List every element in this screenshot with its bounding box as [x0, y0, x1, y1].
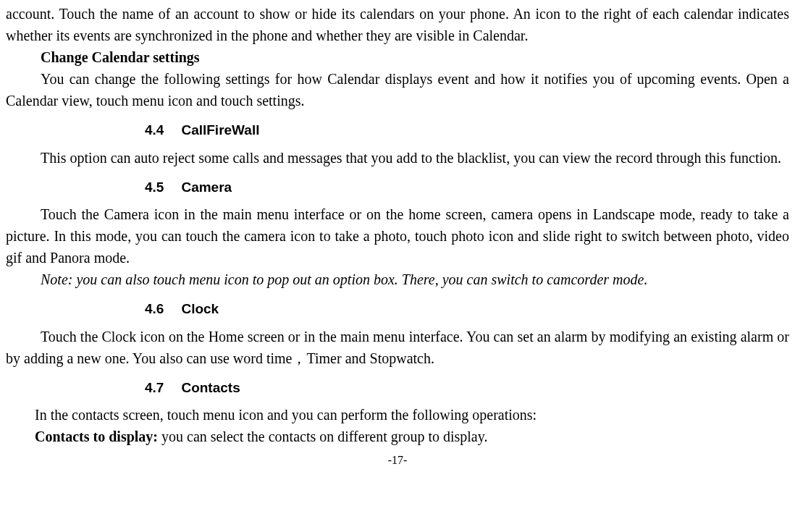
- section-4-5-heading: 4.5Camera: [6, 177, 789, 198]
- text: This option can auto reject some calls a…: [41, 150, 781, 166]
- contacts-to-display-label: Contacts to display:: [35, 428, 158, 444]
- text: Touch the Clock icon on the Home screen …: [6, 329, 789, 366]
- section-number: 4.4: [75, 120, 164, 141]
- text: In the contacts screen, touch menu icon …: [35, 407, 537, 423]
- section-4-6-paragraph: Touch the Clock icon on the Home screen …: [6, 326, 789, 369]
- text: -17-: [388, 454, 408, 466]
- section-title: Clock: [181, 301, 219, 316]
- change-calendar-heading: Change Calendar settings: [6, 46, 789, 68]
- intro-paragraph-1: account. Touch the name of an account to…: [6, 3, 789, 46]
- text: Touch the Camera icon in the main menu i…: [6, 206, 789, 266]
- section-4-6-heading: 4.6Clock: [6, 299, 789, 320]
- text: Note: you can also touch menu icon to po…: [41, 271, 647, 287]
- section-number: 4.6: [75, 299, 164, 320]
- section-4-4-heading: 4.4CallFireWall: [6, 120, 789, 141]
- section-4-4-paragraph: This option can auto reject some calls a…: [6, 147, 789, 169]
- section-title: CallFireWall: [181, 122, 259, 138]
- page-number: -17-: [6, 452, 789, 469]
- text: account. Touch the name of an account to…: [6, 6, 789, 43]
- section-4-7-heading: 4.7Contacts: [6, 378, 789, 399]
- section-title: Camera: [181, 180, 232, 195]
- section-4-5-paragraph: Touch the Camera icon in the main menu i…: [6, 203, 789, 269]
- section-4-5-note: Note: you can also touch menu icon to po…: [6, 269, 789, 290]
- section-4-7-paragraph-2: Contacts to display: you can select the …: [6, 426, 789, 447]
- section-4-7-paragraph-1: In the contacts screen, touch menu icon …: [6, 404, 789, 426]
- section-title: Contacts: [181, 380, 240, 395]
- intro-paragraph-2: You can change the following settings fo…: [6, 68, 789, 111]
- text: Change Calendar settings: [41, 49, 200, 65]
- text: You can change the following settings fo…: [6, 71, 789, 109]
- section-number: 4.5: [75, 177, 164, 198]
- contacts-to-display-text: you can select the contacts on different…: [158, 428, 487, 444]
- section-number: 4.7: [75, 378, 164, 399]
